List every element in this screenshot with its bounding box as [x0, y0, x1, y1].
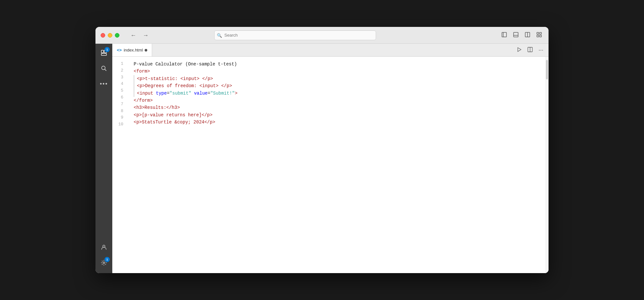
nav-buttons: ← → — [128, 31, 150, 40]
svg-point-16 — [103, 262, 105, 264]
svg-line-14 — [105, 69, 106, 71]
vscode-window: ← → 🔍 — [95, 27, 549, 273]
scrollbar[interactable] — [545, 57, 549, 273]
activity-item-explorer[interactable]: 1 — [97, 46, 110, 59]
explorer-badge: 1 — [105, 47, 110, 52]
svg-rect-8 — [537, 35, 539, 37]
tab-modified-dot — [145, 49, 147, 52]
layout-sidebar-button[interactable] — [500, 30, 508, 40]
close-button[interactable] — [101, 33, 105, 38]
titlebar: ← → 🔍 — [95, 27, 549, 44]
activity-item-search[interactable] — [97, 62, 110, 75]
line-numbers: 12345678910 — [112, 57, 128, 273]
tab-index-html[interactable]: <> index.html — [112, 44, 152, 56]
more-actions-button[interactable]: ··· — [537, 45, 545, 55]
tab-file-icon: <> — [117, 48, 122, 52]
tab-bar: <> index.html — [112, 44, 549, 57]
activity-bar: 1 ••• — [95, 44, 112, 273]
split-editor-button[interactable] — [526, 46, 534, 55]
code-line: <p>[p-value returns here]</p> — [134, 111, 545, 119]
settings-badge: 1 — [105, 257, 110, 262]
tab-bar-actions: ··· — [152, 44, 549, 56]
code-line: <input type="submit" value="Submit!"> — [134, 90, 545, 97]
search-icon: 🔍 — [217, 33, 222, 38]
code-line: <form> — [134, 68, 545, 75]
titlebar-right — [500, 30, 543, 40]
svg-rect-6 — [537, 32, 539, 34]
activity-item-settings[interactable]: 1 — [97, 256, 110, 269]
main-area: 1 ••• — [95, 44, 549, 273]
scrollbar-thumb[interactable] — [546, 60, 548, 79]
svg-rect-7 — [539, 32, 541, 34]
activity-item-account[interactable] — [97, 241, 110, 254]
code-line — [134, 126, 545, 133]
layout-grid-button[interactable] — [535, 30, 543, 40]
svg-rect-0 — [502, 32, 506, 37]
svg-rect-9 — [539, 35, 541, 37]
layout-panel-button[interactable] — [512, 30, 520, 40]
search-bar: 🔍 — [214, 30, 376, 40]
maximize-button[interactable] — [115, 33, 119, 38]
code-line: <p>Degrees of freedom: <input> </p> — [134, 82, 545, 89]
minimize-button[interactable] — [108, 33, 112, 38]
back-button[interactable]: ← — [128, 31, 138, 40]
svg-rect-10 — [101, 50, 104, 53]
editor-area: <> index.html — [112, 44, 549, 273]
run-button[interactable] — [515, 46, 523, 55]
svg-rect-11 — [101, 53, 106, 55]
code-line: P-value Calculator (One-sample t-test) — [134, 61, 545, 68]
svg-marker-17 — [518, 48, 521, 52]
search-input[interactable] — [214, 30, 376, 40]
activity-item-more[interactable]: ••• — [97, 77, 110, 90]
code-editor[interactable]: 12345678910 P-value Calculator (One-samp… — [112, 57, 549, 273]
code-content[interactable]: P-value Calculator (One-sample t-test)<f… — [128, 57, 545, 273]
layout-split-button[interactable] — [523, 30, 532, 40]
traffic-lights — [101, 33, 119, 38]
svg-rect-2 — [514, 32, 518, 37]
code-line: </form> — [134, 97, 545, 104]
code-line: <h3>Results:</h3> — [134, 104, 545, 111]
code-line: <p>t-statistic: <input> </p> — [134, 75, 545, 82]
code-line: <p>StatsTurtle &copy; 2024</p> — [134, 119, 545, 126]
forward-button[interactable]: → — [141, 31, 150, 40]
tab-filename: index.html — [124, 48, 143, 52]
